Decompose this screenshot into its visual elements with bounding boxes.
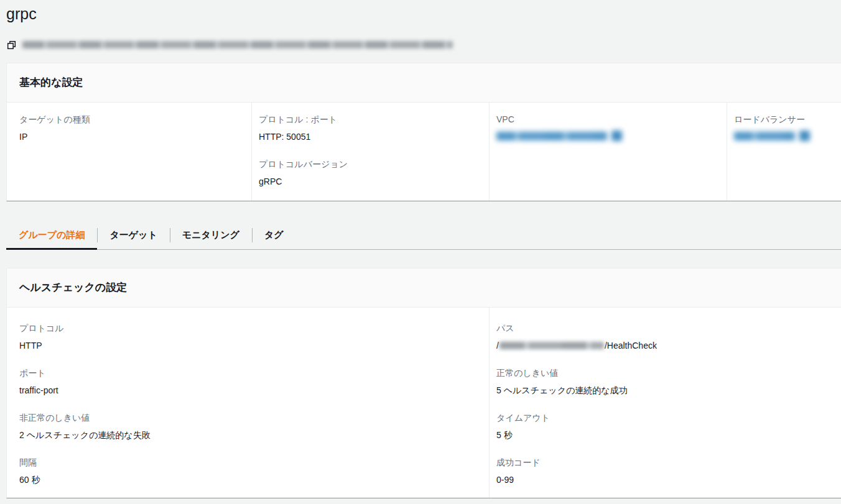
field-label: プロトコル : ポート [259, 113, 476, 126]
field-label: 間隔 [19, 456, 476, 469]
copy-arn-button[interactable] [6, 40, 16, 50]
external-link-icon [799, 131, 810, 141]
health-check-title: ヘルスチェックの設定 [19, 281, 839, 295]
field-hc-path: パス //HealthCheck [496, 322, 839, 352]
field-value: 5 ヘルスチェックの連続的な成功 [496, 384, 839, 396]
health-check-body: プロトコル HTTP ポート traffic-port 非正常のしきい値 2 ヘ… [7, 308, 841, 498]
tab-targets[interactable]: ターゲット [97, 222, 169, 249]
vpc-link[interactable] [496, 131, 622, 141]
path-suffix: /HealthCheck [605, 341, 657, 351]
target-group-detail-page: grpc 基本的な設定 ターゲットの種類 IP プロトコル : ポート [6, 0, 841, 498]
field-value: 2 ヘルスチェックの連続的な失敗 [19, 429, 476, 441]
vpc-id-redacted [496, 132, 607, 140]
health-check-card: ヘルスチェックの設定 プロトコル HTTP ポート traffic-port 非… [6, 268, 841, 498]
target-group-arn-redacted [22, 41, 453, 48]
health-check-header: ヘルスチェックの設定 [7, 268, 841, 308]
load-balancer-link[interactable] [734, 131, 810, 141]
tab-tags[interactable]: タグ [252, 222, 296, 249]
field-label: タイムアウト [496, 411, 839, 424]
field-label: プロトコルバージョン [259, 158, 476, 170]
field-target-type: ターゲットの種類 IP [19, 113, 239, 143]
field-protocol-port: プロトコル : ポート HTTP: 50051 [259, 113, 476, 143]
field-label: 正常のしきい値 [496, 367, 839, 379]
field-protocol-version: プロトコルバージョン gRPC [259, 158, 476, 188]
field-label: ロードバランサー [734, 113, 839, 126]
field-label: 非正常のしきい値 [19, 411, 476, 424]
basic-col-load-balancer: ロードバランサー [727, 103, 841, 201]
field-value: HTTP [19, 339, 476, 352]
field-healthy-threshold: 正常のしきい値 5 ヘルスチェックの連続的な成功 [496, 367, 839, 396]
detail-tabs: グループの詳細 ターゲット モニタリング タグ [6, 222, 841, 250]
basic-col-protocol: プロトコル : ポート HTTP: 50051 プロトコルバージョン gRPC [251, 103, 489, 201]
basic-settings-header: 基本的な設定 [7, 63, 841, 103]
field-value: IP [19, 131, 239, 143]
field-value: 5 秒 [496, 429, 839, 441]
field-timeout: タイムアウト 5 秒 [496, 411, 839, 441]
external-link-icon [611, 131, 622, 141]
basic-settings-title: 基本的な設定 [19, 76, 839, 89]
tab-monitoring[interactable]: モニタリング [170, 222, 252, 249]
field-value: gRPC [259, 175, 476, 188]
health-check-col-right: パス //HealthCheck 正常のしきい値 5 ヘルスチェックの連続的な成… [489, 308, 841, 498]
load-balancer-name-redacted [734, 132, 795, 140]
basic-settings-body: ターゲットの種類 IP プロトコル : ポート HTTP: 50051 プロトコ… [7, 103, 841, 201]
path-middle-redacted [499, 342, 604, 349]
field-value: 0-99 [496, 474, 839, 486]
field-hc-port: ポート traffic-port [19, 367, 476, 396]
field-value: HTTP: 50051 [259, 131, 476, 143]
field-label: 成功コード [496, 456, 839, 469]
field-success-codes: 成功コード 0-99 [496, 456, 839, 486]
field-hc-protocol: プロトコル HTTP [19, 322, 476, 352]
arn-row [6, 40, 841, 50]
basic-col-vpc: VPC [489, 103, 727, 201]
field-label: プロトコル [19, 322, 476, 334]
field-value: traffic-port [19, 384, 476, 396]
field-value: //HealthCheck [496, 339, 839, 352]
field-value: 60 秒 [19, 474, 476, 486]
health-check-col-left: プロトコル HTTP ポート traffic-port 非正常のしきい値 2 ヘ… [7, 308, 489, 498]
field-unhealthy-threshold: 非正常のしきい値 2 ヘルスチェックの連続的な失敗 [19, 411, 476, 441]
field-vpc: VPC [496, 113, 714, 144]
field-label: ポート [19, 367, 476, 379]
basic-settings-card: 基本的な設定 ターゲットの種類 IP プロトコル : ポート HTTP: 500… [6, 63, 841, 201]
tab-group-details[interactable]: グループの詳細 [6, 222, 97, 249]
basic-col-target-type: ターゲットの種類 IP [7, 103, 251, 201]
copy-icon [7, 40, 16, 50]
path-prefix: / [496, 341, 499, 351]
field-label: VPC [496, 113, 714, 126]
field-interval: 間隔 60 秒 [19, 456, 476, 486]
field-load-balancer: ロードバランサー [734, 113, 839, 144]
field-label: パス [496, 322, 839, 334]
field-label: ターゲットの種類 [19, 113, 239, 126]
page-title: grpc [6, 0, 841, 24]
